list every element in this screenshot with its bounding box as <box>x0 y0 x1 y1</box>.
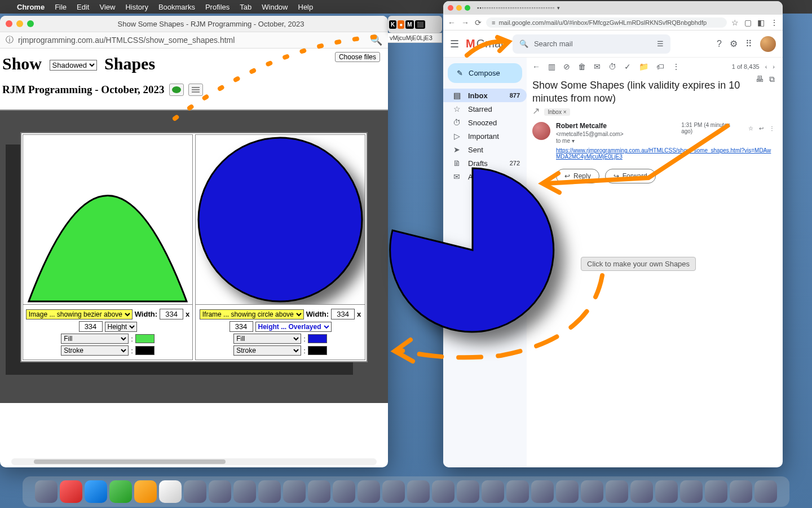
forward-icon[interactable]: → <box>461 18 469 27</box>
menu-history[interactable]: History <box>125 3 148 11</box>
delete-icon[interactable]: 🗑 <box>578 62 586 71</box>
hamburger-icon[interactable]: ☰ <box>450 38 459 50</box>
type-select-1[interactable]: Image ... showing bezier above <box>26 309 133 319</box>
dock-app-icon[interactable] <box>730 480 752 503</box>
menu-edit[interactable]: Edit <box>77 3 89 11</box>
dock-app-icon[interactable] <box>134 480 157 503</box>
dock-app-icon[interactable] <box>581 480 603 503</box>
avatar[interactable] <box>760 36 776 52</box>
dock-app-icon[interactable] <box>705 480 727 503</box>
sidebar-item-allmail[interactable]: ✉All Mail <box>443 170 527 183</box>
dock-app-icon[interactable] <box>209 480 231 503</box>
gmail-logo[interactable]: M Gmail <box>466 37 506 50</box>
extensions-icon[interactable]: ⋮ <box>770 18 778 27</box>
menu-view[interactable]: View <box>99 3 115 11</box>
task-icon[interactable]: ✓ <box>624 62 631 71</box>
archive-icon[interactable]: ▥ <box>548 62 555 71</box>
snooze-icon[interactable]: ⏱ <box>608 62 616 71</box>
stroke-swatch-2[interactable] <box>308 346 327 355</box>
favicon-row[interactable]: ▪▪▫▫▫▫▫▫▫▫▫▫▫▫▫▫▫▫▫▫▫▫▫▫▫▫▫▫▫▫▫▫▫ ▾ <box>477 5 561 11</box>
dock-app-icon[interactable] <box>680 480 703 503</box>
height-select-1[interactable]: Height <box>105 322 137 332</box>
shadowed-select[interactable]: Shadowed <box>50 60 97 71</box>
gmail-search[interactable]: 🔍 Search mail ☰ <box>513 34 670 54</box>
height-input-2[interactable] <box>230 321 253 332</box>
stroke-swatch-1[interactable] <box>135 346 155 355</box>
popout-icon[interactable]: ⧉ <box>769 75 775 84</box>
back-icon[interactable]: ← <box>532 62 540 71</box>
dock-app-icon[interactable] <box>85 480 107 503</box>
site-lock-icon[interactable]: ⓘ <box>6 35 14 45</box>
sender-avatar[interactable] <box>532 122 550 140</box>
height-select-2[interactable]: Height ... Overlayed <box>255 322 332 332</box>
type-select-2[interactable]: Iframe ... showing circle above <box>200 309 304 319</box>
dock-app-icon[interactable] <box>606 480 628 503</box>
profile-icon[interactable]: ◧ <box>757 18 765 27</box>
print-icon[interactable]: 🖶 <box>756 75 764 84</box>
background-tabs-peek[interactable]: K●M⬛ <box>388 16 442 33</box>
inbox-label-chip[interactable]: Inbox × <box>544 108 570 116</box>
dock-app-icon[interactable] <box>655 480 678 503</box>
compose-button[interactable]: ✎ Compose <box>448 63 522 83</box>
to-line[interactable]: to me <box>556 138 570 144</box>
mac-dock[interactable] <box>23 476 789 507</box>
sidebar-item-snoozed[interactable]: ⏱Snoozed <box>443 116 527 129</box>
width-input-2[interactable] <box>331 309 355 319</box>
menu-file[interactable]: File <box>55 3 67 11</box>
dock-app-icon[interactable] <box>407 480 430 503</box>
site-info-icon[interactable]: ≡ <box>492 19 495 26</box>
fill-select-2[interactable]: Fill <box>233 334 301 344</box>
dock-app-icon[interactable] <box>333 480 355 503</box>
label-icon[interactable]: 🏷 <box>656 62 664 71</box>
reload-icon[interactable]: ⟳ <box>475 18 482 27</box>
dock-app-icon[interactable] <box>382 480 405 503</box>
forward-button[interactable]: ↪Forward <box>605 169 656 183</box>
menu-tab[interactable]: Tab <box>240 3 251 11</box>
dock-app-icon[interactable] <box>184 480 206 503</box>
dock-app-icon[interactable] <box>60 480 82 503</box>
reply-icon[interactable]: ↩ <box>759 125 764 132</box>
dock-app-icon[interactable] <box>630 480 653 503</box>
unread-icon[interactable]: ✉ <box>594 62 601 71</box>
menu-bookmarks[interactable]: Bookmarks <box>158 3 195 11</box>
install-icon[interactable]: ▢ <box>744 18 752 27</box>
stroke-select-2[interactable]: Stroke <box>233 345 301 356</box>
dock-app-icon[interactable] <box>358 480 380 503</box>
dock-app-icon[interactable] <box>233 480 256 503</box>
left-url[interactable]: rjmprogramming.com.au/HTMLCSS/show_some_… <box>18 36 235 45</box>
minimize-icon[interactable] <box>16 20 23 27</box>
dock-app-icon[interactable] <box>754 480 777 503</box>
dock-app-icon[interactable] <box>308 480 330 503</box>
dock-app-icon[interactable] <box>482 480 504 503</box>
sidebar-item-inbox[interactable]: ▤Inbox877 <box>443 89 527 102</box>
search-tune-icon[interactable]: ☰ <box>657 40 664 48</box>
minimize-icon[interactable] <box>456 5 462 11</box>
fill-select-1[interactable]: Fill <box>61 334 129 344</box>
dock-app-icon[interactable] <box>283 480 306 503</box>
more-icon[interactable]: ⋮ <box>672 62 680 71</box>
width-input-1[interactable] <box>160 309 183 319</box>
menu-window[interactable]: Window <box>262 3 288 11</box>
small-green-button[interactable] <box>169 84 184 96</box>
menu-profiles[interactable]: Profiles <box>205 3 230 11</box>
spam-icon[interactable]: ⊘ <box>563 62 570 71</box>
move-icon[interactable]: 📁 <box>639 62 648 71</box>
dock-app-icon[interactable] <box>35 480 58 503</box>
prev-icon[interactable]: ‹ <box>765 63 767 70</box>
gear-icon[interactable]: ⚙ <box>730 38 738 49</box>
choose-files-button[interactable]: Choose files <box>335 52 380 62</box>
email-body-link[interactable]: https://www.rjmprogramming.com.au/HTMLCS… <box>532 144 775 160</box>
dock-app-icon[interactable] <box>109 480 132 503</box>
sidebar-item-starred[interactable]: ☆Starred <box>443 102 527 116</box>
fill-swatch-1[interactable] <box>135 334 155 343</box>
star-icon[interactable]: ☆ <box>748 125 753 132</box>
help-icon[interactable]: ? <box>717 39 722 49</box>
zoom-icon[interactable] <box>465 5 470 11</box>
sidebar-item-sent[interactable]: ➤Sent <box>443 143 527 156</box>
small-list-button[interactable] <box>188 84 203 96</box>
apps-icon[interactable]: ⠿ <box>745 38 752 49</box>
reply-button[interactable]: ↩Reply <box>556 169 599 183</box>
more-icon[interactable]: ⋮ <box>769 125 775 132</box>
close-icon[interactable] <box>448 5 453 11</box>
gmail-address-field[interactable]: ≡ mail.google.com/mail/u/0/#inbox/FMfcgz… <box>486 17 727 28</box>
